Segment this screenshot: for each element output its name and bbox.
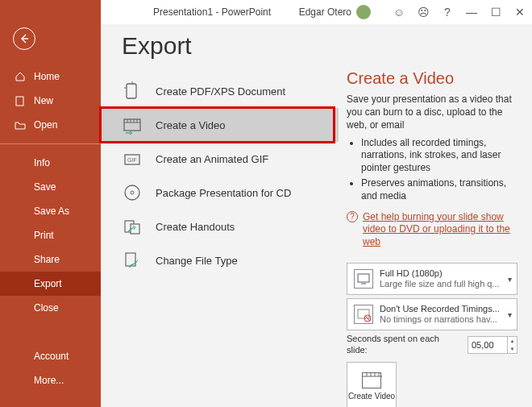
nav-home[interactable]: Home bbox=[0, 64, 101, 89]
export-label: Package Presentation for CD bbox=[156, 187, 291, 199]
nav-close[interactable]: Close bbox=[0, 296, 101, 320]
quality-dropdown[interactable]: Full HD (1080p) Large file size and full… bbox=[347, 263, 517, 295]
nav-label: Save As bbox=[34, 206, 69, 217]
svg-text:GIF: GIF bbox=[127, 157, 137, 163]
export-label: Create Handouts bbox=[156, 221, 235, 233]
create-video-button[interactable]: Create Video bbox=[347, 362, 397, 407]
export-label: Create a Video bbox=[156, 119, 226, 131]
export-handouts[interactable]: Create Handouts bbox=[101, 210, 339, 243]
separator bbox=[0, 143, 101, 144]
svg-rect-11 bbox=[358, 309, 369, 318]
help-link[interactable]: Get help burning your slide show video t… bbox=[363, 211, 517, 249]
avatar bbox=[356, 5, 371, 19]
nav-label: Home bbox=[34, 71, 60, 82]
account-area[interactable]: Edgar Otero bbox=[299, 5, 371, 19]
document-title: Presentation1 - PowerPoint bbox=[153, 6, 271, 18]
svg-rect-0 bbox=[16, 97, 23, 106]
nav-label: Close bbox=[34, 302, 59, 314]
help-icon[interactable]: ? bbox=[435, 0, 459, 24]
help-link-row: ? Get help burning your slide show video… bbox=[347, 211, 517, 249]
home-icon bbox=[15, 71, 26, 82]
main-panel: Export Create PDF/XPS Document Create a … bbox=[101, 24, 532, 407]
dropdown-title: Don't Use Recorded Timings... bbox=[380, 304, 500, 314]
details-panel: Create a Video Save your presentation as… bbox=[339, 24, 532, 407]
maximize-button[interactable]: ☐ bbox=[484, 0, 508, 24]
spin-up-icon[interactable]: ▲ bbox=[508, 337, 517, 345]
nav-label: Print bbox=[34, 230, 54, 241]
svg-point-5 bbox=[125, 185, 139, 200]
nav-label: Export bbox=[34, 278, 62, 289]
export-package-cd[interactable]: Package Presentation for CD bbox=[101, 176, 339, 210]
backstage-sidebar: Home New Open Info Save Save As Print Sh… bbox=[0, 0, 101, 407]
nav-label: More... bbox=[34, 375, 64, 386]
seconds-value: 05,00 bbox=[472, 340, 494, 350]
nav-new[interactable]: New bbox=[0, 89, 101, 113]
detail-description: Save your presentation as a video that y… bbox=[347, 93, 517, 132]
page-title: Export bbox=[101, 24, 339, 74]
nav-export[interactable]: Export bbox=[0, 272, 101, 296]
nav-save-as[interactable]: Save As bbox=[0, 199, 101, 223]
seconds-spinner[interactable]: 05,00 ▲▼ bbox=[468, 336, 517, 354]
seconds-label: Seconds spent on each slide: bbox=[347, 334, 461, 355]
minimize-button[interactable]: ― bbox=[459, 0, 484, 24]
spin-down-icon[interactable]: ▼ bbox=[508, 345, 517, 353]
nav-label: Open bbox=[34, 119, 57, 131]
bullet-item: Preserves animations, transitions, and m… bbox=[361, 177, 517, 202]
nav-account[interactable]: Account bbox=[0, 344, 101, 368]
dropdown-title: Full HD (1080p) bbox=[380, 268, 500, 279]
pdf-icon bbox=[122, 81, 143, 102]
arrow-left-icon bbox=[19, 33, 30, 44]
export-gif[interactable]: GIF Create an Animated GIF bbox=[101, 142, 339, 176]
close-button[interactable]: ✕ bbox=[508, 0, 532, 24]
dropdown-subtitle: Large file size and full high q... bbox=[380, 279, 500, 289]
new-icon bbox=[15, 95, 26, 106]
handouts-icon bbox=[122, 216, 143, 237]
detail-heading: Create a Video bbox=[347, 69, 517, 88]
chevron-down-icon: ▾ bbox=[508, 310, 512, 319]
folder-open-icon bbox=[15, 119, 26, 131]
nav-label: Save bbox=[34, 181, 56, 193]
nav-share[interactable]: Share bbox=[0, 247, 101, 272]
video-icon bbox=[122, 114, 143, 135]
nav-label: Info bbox=[34, 157, 50, 168]
gif-icon: GIF bbox=[122, 148, 143, 169]
dropdown-subtitle: No timings or narrations hav... bbox=[380, 314, 500, 325]
filetype-icon bbox=[122, 250, 143, 271]
export-option-list: Create PDF/XPS Document Create a Video G… bbox=[101, 74, 339, 277]
timings-dropdown[interactable]: Don't Use Recorded Timings... No timings… bbox=[347, 298, 517, 330]
nav-save[interactable]: Save bbox=[0, 175, 101, 199]
svg-rect-10 bbox=[358, 274, 369, 282]
export-label: Create PDF/XPS Document bbox=[156, 85, 285, 98]
video-icon bbox=[362, 372, 381, 388]
export-pdf-xps[interactable]: Create PDF/XPS Document bbox=[101, 74, 339, 108]
nav-print[interactable]: Print bbox=[0, 223, 101, 247]
export-label: Create an Animated GIF bbox=[156, 153, 268, 165]
svg-rect-2 bbox=[124, 119, 140, 131]
export-create-video[interactable]: Create a Video bbox=[101, 108, 339, 142]
svg-rect-1 bbox=[127, 84, 136, 98]
nav-label: Account bbox=[34, 351, 69, 362]
bullet-item: Includes all recorded timings, narration… bbox=[361, 137, 517, 175]
help-icon: ? bbox=[347, 211, 358, 222]
button-label: Create Video bbox=[348, 392, 395, 401]
chevron-down-icon: ▾ bbox=[508, 275, 512, 284]
face-smile-icon[interactable]: ☺ bbox=[387, 0, 411, 24]
user-name: Edgar Otero bbox=[299, 6, 351, 18]
nav-label: Share bbox=[34, 254, 60, 265]
monitor-icon bbox=[354, 269, 373, 289]
nav-open[interactable]: Open bbox=[0, 113, 101, 137]
back-button[interactable] bbox=[13, 27, 35, 50]
export-change-file-type[interactable]: Change File Type bbox=[101, 243, 339, 277]
no-timing-icon bbox=[354, 305, 373, 324]
face-frown-icon[interactable]: ☹ bbox=[411, 0, 435, 24]
export-label: Change File Type bbox=[156, 255, 238, 267]
svg-point-6 bbox=[131, 191, 134, 194]
nav-more[interactable]: More... bbox=[0, 368, 101, 392]
nav-label: New bbox=[34, 95, 53, 106]
cd-icon bbox=[122, 182, 143, 203]
nav-info[interactable]: Info bbox=[0, 151, 101, 175]
